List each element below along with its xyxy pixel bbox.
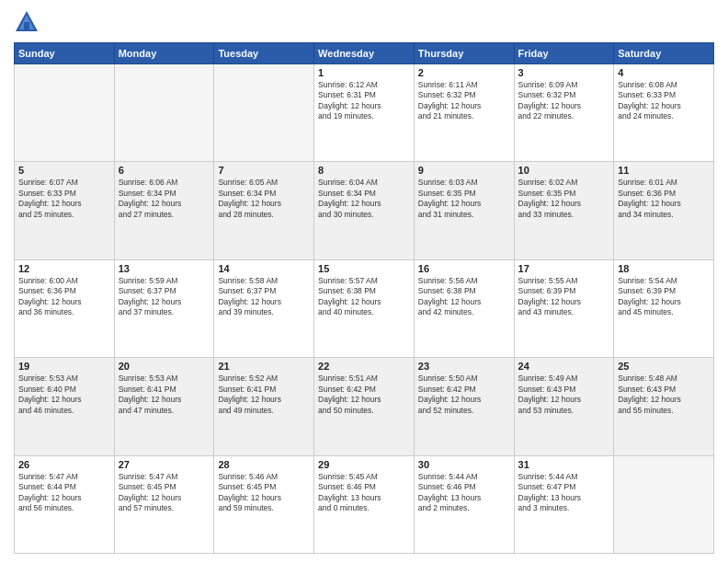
day-number: 24	[518, 361, 610, 372]
calendar-day-5: 5Sunrise: 6:07 AM Sunset: 6:33 PM Daylig…	[15, 162, 115, 259]
day-info: Sunrise: 5:48 AM Sunset: 6:43 PM Dayligh…	[618, 373, 710, 416]
day-info: Sunrise: 6:04 AM Sunset: 6:34 PM Dayligh…	[318, 178, 410, 220]
logo-icon	[14, 9, 40, 35]
weekday-header-tuesday: Tuesday	[214, 43, 314, 64]
day-info: Sunrise: 6:08 AM Sunset: 6:33 PM Dayligh…	[618, 80, 710, 122]
page: SundayMondayTuesdayWednesdayThursdayFrid…	[0, 0, 728, 563]
day-number: 16	[418, 263, 510, 274]
day-info: Sunrise: 5:47 AM Sunset: 6:44 PM Dayligh…	[18, 472, 110, 514]
day-number: 23	[418, 361, 510, 372]
calendar-week-row: 19Sunrise: 5:53 AM Sunset: 6:40 PM Dayli…	[15, 358, 714, 455]
header	[14, 9, 714, 35]
weekday-header-thursday: Thursday	[414, 43, 514, 64]
calendar-day-empty	[15, 64, 115, 162]
day-number: 5	[18, 165, 110, 176]
day-number: 2	[418, 67, 510, 78]
day-info: Sunrise: 5:56 AM Sunset: 6:38 PM Dayligh…	[418, 276, 510, 318]
day-number: 19	[18, 361, 110, 372]
day-number: 15	[318, 263, 410, 274]
calendar-day-2: 2Sunrise: 6:11 AM Sunset: 6:32 PM Daylig…	[414, 64, 514, 162]
day-info: Sunrise: 6:01 AM Sunset: 6:36 PM Dayligh…	[618, 178, 710, 220]
calendar-day-11: 11Sunrise: 6:01 AM Sunset: 6:36 PM Dayli…	[614, 162, 714, 259]
day-info: Sunrise: 5:53 AM Sunset: 6:40 PM Dayligh…	[18, 373, 110, 416]
calendar-day-27: 27Sunrise: 5:47 AM Sunset: 6:45 PM Dayli…	[114, 455, 214, 553]
day-number: 6	[119, 165, 210, 176]
weekday-header-monday: Monday	[114, 43, 214, 64]
day-info: Sunrise: 6:05 AM Sunset: 6:34 PM Dayligh…	[218, 178, 310, 220]
day-number: 25	[618, 361, 710, 372]
day-number: 8	[318, 165, 410, 176]
calendar-day-4: 4Sunrise: 6:08 AM Sunset: 6:33 PM Daylig…	[614, 64, 714, 162]
day-number: 20	[119, 361, 210, 372]
day-info: Sunrise: 5:53 AM Sunset: 6:41 PM Dayligh…	[119, 373, 210, 416]
day-number: 7	[218, 165, 310, 176]
day-number: 9	[418, 165, 510, 176]
calendar-day-13: 13Sunrise: 5:59 AM Sunset: 6:37 PM Dayli…	[114, 259, 214, 357]
day-info: Sunrise: 5:58 AM Sunset: 6:37 PM Dayligh…	[218, 276, 310, 318]
calendar-day-28: 28Sunrise: 5:46 AM Sunset: 6:45 PM Dayli…	[214, 455, 314, 553]
svg-rect-2	[24, 22, 29, 29]
day-number: 13	[119, 263, 210, 274]
day-number: 14	[218, 263, 310, 274]
calendar-day-17: 17Sunrise: 5:55 AM Sunset: 6:39 PM Dayli…	[514, 259, 614, 357]
calendar-day-9: 9Sunrise: 6:03 AM Sunset: 6:35 PM Daylig…	[414, 162, 514, 259]
calendar-day-20: 20Sunrise: 5:53 AM Sunset: 6:41 PM Dayli…	[114, 358, 214, 455]
day-info: Sunrise: 6:12 AM Sunset: 6:31 PM Dayligh…	[318, 80, 410, 122]
day-info: Sunrise: 6:02 AM Sunset: 6:35 PM Dayligh…	[518, 178, 610, 220]
calendar-header-row: SundayMondayTuesdayWednesdayThursdayFrid…	[15, 43, 714, 64]
logo	[14, 9, 43, 35]
calendar-day-25: 25Sunrise: 5:48 AM Sunset: 6:43 PM Dayli…	[614, 358, 714, 455]
calendar-day-22: 22Sunrise: 5:51 AM Sunset: 6:42 PM Dayli…	[314, 358, 415, 455]
calendar-day-30: 30Sunrise: 5:44 AM Sunset: 6:46 PM Dayli…	[414, 455, 514, 553]
day-number: 18	[618, 263, 710, 274]
calendar-day-8: 8Sunrise: 6:04 AM Sunset: 6:34 PM Daylig…	[314, 162, 415, 259]
calendar-day-19: 19Sunrise: 5:53 AM Sunset: 6:40 PM Dayli…	[15, 358, 115, 455]
day-number: 21	[218, 361, 310, 372]
calendar-day-empty	[614, 455, 714, 553]
calendar-day-16: 16Sunrise: 5:56 AM Sunset: 6:38 PM Dayli…	[414, 259, 514, 357]
day-number: 3	[518, 67, 610, 78]
day-info: Sunrise: 5:44 AM Sunset: 6:46 PM Dayligh…	[418, 472, 510, 514]
day-info: Sunrise: 5:55 AM Sunset: 6:39 PM Dayligh…	[518, 276, 610, 318]
day-number: 4	[618, 67, 710, 78]
calendar-week-row: 5Sunrise: 6:07 AM Sunset: 6:33 PM Daylig…	[15, 162, 714, 259]
calendar-day-26: 26Sunrise: 5:47 AM Sunset: 6:44 PM Dayli…	[15, 455, 115, 553]
day-info: Sunrise: 6:00 AM Sunset: 6:36 PM Dayligh…	[18, 276, 110, 318]
day-info: Sunrise: 5:47 AM Sunset: 6:45 PM Dayligh…	[119, 472, 210, 514]
calendar-table: SundayMondayTuesdayWednesdayThursdayFrid…	[14, 42, 714, 554]
day-info: Sunrise: 6:06 AM Sunset: 6:34 PM Dayligh…	[119, 178, 210, 220]
calendar-day-15: 15Sunrise: 5:57 AM Sunset: 6:38 PM Dayli…	[314, 259, 415, 357]
calendar-day-empty	[214, 64, 314, 162]
calendar-day-14: 14Sunrise: 5:58 AM Sunset: 6:37 PM Dayli…	[214, 259, 314, 357]
calendar-week-row: 1Sunrise: 6:12 AM Sunset: 6:31 PM Daylig…	[15, 64, 714, 162]
day-info: Sunrise: 5:44 AM Sunset: 6:47 PM Dayligh…	[518, 472, 610, 514]
calendar-day-29: 29Sunrise: 5:45 AM Sunset: 6:46 PM Dayli…	[314, 455, 415, 553]
day-number: 31	[518, 459, 610, 470]
day-number: 28	[218, 459, 310, 470]
day-info: Sunrise: 5:49 AM Sunset: 6:43 PM Dayligh…	[518, 373, 610, 416]
calendar-day-31: 31Sunrise: 5:44 AM Sunset: 6:47 PM Dayli…	[514, 455, 614, 553]
day-number: 1	[318, 67, 410, 78]
day-number: 11	[618, 165, 710, 176]
day-info: Sunrise: 5:51 AM Sunset: 6:42 PM Dayligh…	[318, 373, 410, 416]
day-number: 17	[518, 263, 610, 274]
day-number: 12	[18, 263, 110, 274]
day-info: Sunrise: 5:46 AM Sunset: 6:45 PM Dayligh…	[218, 472, 310, 514]
day-info: Sunrise: 6:11 AM Sunset: 6:32 PM Dayligh…	[418, 80, 510, 122]
calendar-day-7: 7Sunrise: 6:05 AM Sunset: 6:34 PM Daylig…	[214, 162, 314, 259]
calendar-day-12: 12Sunrise: 6:00 AM Sunset: 6:36 PM Dayli…	[15, 259, 115, 357]
day-number: 22	[318, 361, 410, 372]
calendar-day-empty	[114, 64, 214, 162]
calendar-day-10: 10Sunrise: 6:02 AM Sunset: 6:35 PM Dayli…	[514, 162, 614, 259]
day-info: Sunrise: 5:54 AM Sunset: 6:39 PM Dayligh…	[618, 276, 710, 318]
day-info: Sunrise: 5:57 AM Sunset: 6:38 PM Dayligh…	[318, 276, 410, 318]
weekday-header-sunday: Sunday	[15, 43, 115, 64]
day-info: Sunrise: 5:59 AM Sunset: 6:37 PM Dayligh…	[119, 276, 210, 318]
day-info: Sunrise: 5:52 AM Sunset: 6:41 PM Dayligh…	[218, 373, 310, 416]
day-number: 27	[119, 459, 210, 470]
calendar-day-24: 24Sunrise: 5:49 AM Sunset: 6:43 PM Dayli…	[514, 358, 614, 455]
weekday-header-wednesday: Wednesday	[314, 43, 415, 64]
weekday-header-saturday: Saturday	[614, 43, 714, 64]
day-info: Sunrise: 6:07 AM Sunset: 6:33 PM Dayligh…	[18, 178, 110, 220]
calendar-week-row: 12Sunrise: 6:00 AM Sunset: 6:36 PM Dayli…	[15, 259, 714, 357]
